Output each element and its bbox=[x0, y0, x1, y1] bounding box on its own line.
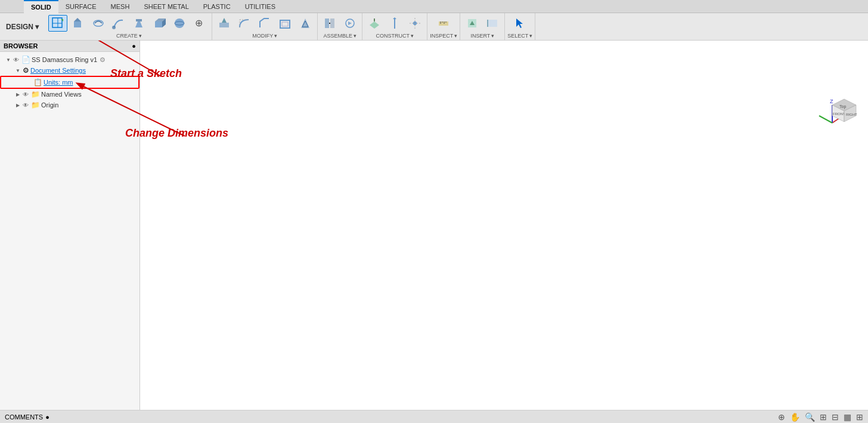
extrude-button[interactable] bbox=[69, 15, 88, 32]
plane-button[interactable] bbox=[365, 15, 384, 32]
status-bar: COMMENTS ● ⊕ ✋ 🔍 ⊞ ⊟ ▦ ⊞ bbox=[0, 410, 868, 423]
axis-icon bbox=[388, 17, 401, 30]
press-pull-icon bbox=[218, 17, 231, 30]
point-icon bbox=[408, 17, 421, 30]
chamfer-button[interactable] bbox=[255, 15, 274, 32]
zoom-window-btn[interactable]: ⊞ bbox=[820, 412, 827, 422]
svg-text:RIGHT: RIGHT bbox=[846, 113, 857, 116]
move-icon: ⊕ bbox=[193, 17, 206, 30]
grid-btn[interactable]: ▦ bbox=[844, 412, 851, 422]
units-icon: 📋 bbox=[33, 78, 42, 87]
tab-surface[interactable]: SURFACE bbox=[58, 0, 104, 13]
browser-header: BROWSER ● bbox=[0, 41, 140, 52]
svg-point-13 bbox=[175, 18, 184, 28]
joint-button[interactable] bbox=[320, 15, 339, 32]
origin-label: Origin bbox=[41, 101, 58, 109]
motion-study-button[interactable] bbox=[340, 15, 359, 32]
revolve-icon bbox=[92, 17, 105, 30]
design-label: DESIGN ▾ bbox=[6, 23, 39, 31]
svg-rect-35 bbox=[439, 21, 448, 26]
tree-item-root[interactable]: ▼ 👁 📄 SS Damascus Ring v1 ⚙ bbox=[0, 54, 140, 65]
insert-group: INSERT ▾ bbox=[460, 13, 505, 41]
create-label: CREATE ▾ bbox=[116, 33, 142, 39]
sphere-icon bbox=[173, 17, 186, 30]
svg-point-7 bbox=[112, 26, 116, 29]
doc-settings-label: Document Settings bbox=[30, 67, 86, 74]
tree-item-units[interactable]: 📋 Units: mm bbox=[0, 76, 140, 89]
browser-circle-btn[interactable]: ● bbox=[132, 42, 136, 50]
new-sketch-icon bbox=[51, 17, 64, 30]
svg-rect-25 bbox=[330, 18, 334, 28]
svg-rect-10 bbox=[155, 21, 162, 27]
tab-solid[interactable]: SOLID bbox=[24, 0, 58, 13]
draft-icon bbox=[299, 17, 312, 30]
tab-bar: SOLID SURFACE MESH SHEET METAL PLASTIC U… bbox=[0, 0, 868, 13]
fillet-icon bbox=[238, 17, 251, 30]
draft-button[interactable] bbox=[296, 15, 315, 32]
create-group: ⊕ CREATE ▾ bbox=[46, 13, 212, 41]
move-button[interactable]: ⊕ bbox=[190, 15, 209, 32]
expand-arrow-units bbox=[25, 79, 32, 86]
comments-section: COMMENTS ● bbox=[5, 413, 49, 421]
expand-arrow-named-views: ▶ bbox=[14, 91, 21, 98]
svg-rect-42 bbox=[488, 20, 497, 27]
svg-rect-0 bbox=[52, 18, 62, 27]
design-dropdown[interactable]: DESIGN ▾ bbox=[2, 21, 42, 32]
new-sketch-button[interactable] bbox=[48, 15, 67, 32]
box-button[interactable] bbox=[150, 15, 169, 32]
svg-rect-20 bbox=[280, 20, 290, 28]
svg-marker-8 bbox=[135, 21, 142, 27]
extrude-icon bbox=[72, 17, 85, 30]
svg-rect-4 bbox=[74, 21, 81, 27]
folder-icon-origin: 📁 bbox=[31, 101, 40, 109]
browser-panel: BROWSER ● ▼ 👁 📄 SS Damascus Ring v1 ⚙ ▼ … bbox=[0, 41, 140, 410]
browser-title: BROWSER bbox=[4, 42, 38, 50]
select-group: SELECT ▾ bbox=[505, 13, 535, 41]
shell-button[interactable] bbox=[275, 15, 294, 32]
measure-button[interactable] bbox=[434, 15, 453, 32]
pan-tool-btn[interactable]: ✋ bbox=[790, 412, 800, 422]
tree-item-named-views[interactable]: ▶ 👁 📁 Named Views bbox=[0, 89, 140, 100]
revolve-button[interactable] bbox=[89, 15, 108, 32]
loft-button[interactable] bbox=[129, 15, 148, 32]
eye-icon-origin: 👁 bbox=[23, 102, 29, 109]
canvas-button[interactable] bbox=[483, 15, 502, 32]
nav-cube[interactable]: X Z Top FRONT RIGHT bbox=[814, 87, 862, 135]
inspect-label: INSPECT ▾ bbox=[430, 33, 457, 39]
insert-button[interactable] bbox=[463, 15, 482, 32]
joint-icon bbox=[323, 17, 336, 30]
settings-icon-doc: ⚙ bbox=[23, 66, 29, 75]
axis-button[interactable] bbox=[385, 15, 404, 32]
nav-cube-svg: X Z Top FRONT RIGHT bbox=[814, 87, 862, 135]
orbit-tool-btn[interactable]: ⊕ bbox=[778, 412, 785, 422]
fillet-button[interactable] bbox=[235, 15, 254, 32]
tool-buttons-bar: DESIGN ▾ bbox=[0, 13, 868, 41]
fit-btn[interactable]: ⊟ bbox=[832, 412, 839, 422]
tab-sheet-metal[interactable]: SHEET METAL bbox=[137, 0, 196, 13]
comments-circle[interactable]: ● bbox=[45, 413, 49, 421]
svg-marker-31 bbox=[393, 17, 396, 19]
bottom-tools-bar: ⊕ ✋ 🔍 ⊞ ⊟ ▦ ⊞ bbox=[778, 412, 863, 422]
viewport[interactable]: X Z Top FRONT RIGHT bbox=[140, 41, 868, 410]
expand-arrow-root: ▼ bbox=[5, 56, 12, 63]
display-btn[interactable]: ⊞ bbox=[856, 412, 863, 422]
sweep-button[interactable] bbox=[109, 15, 128, 32]
tree-item-doc-settings[interactable]: ▼ ⚙ Document Settings bbox=[0, 65, 140, 76]
tab-plastic[interactable]: PLASTIC bbox=[196, 0, 238, 13]
press-pull-button[interactable] bbox=[215, 15, 234, 32]
construct-label: CONSTRUCT ▾ bbox=[376, 33, 414, 39]
tree-item-origin[interactable]: ▶ 👁 📁 Origin bbox=[0, 100, 140, 110]
tab-utilities[interactable]: UTILITIES bbox=[238, 0, 283, 13]
svg-rect-21 bbox=[282, 22, 288, 26]
zoom-tool-btn[interactable]: 🔍 bbox=[805, 412, 815, 422]
point-button[interactable] bbox=[405, 15, 424, 32]
construct-group: CONSTRUCT ▾ bbox=[362, 13, 427, 41]
comments-label: COMMENTS bbox=[5, 413, 43, 421]
select-icon bbox=[513, 17, 526, 30]
named-views-label: Named Views bbox=[41, 91, 82, 98]
loft-icon bbox=[132, 17, 145, 30]
modify-group: MODIFY ▾ bbox=[212, 13, 318, 41]
tab-mesh[interactable]: MESH bbox=[104, 0, 137, 13]
select-button[interactable] bbox=[510, 15, 529, 32]
sphere-button[interactable] bbox=[170, 15, 189, 32]
